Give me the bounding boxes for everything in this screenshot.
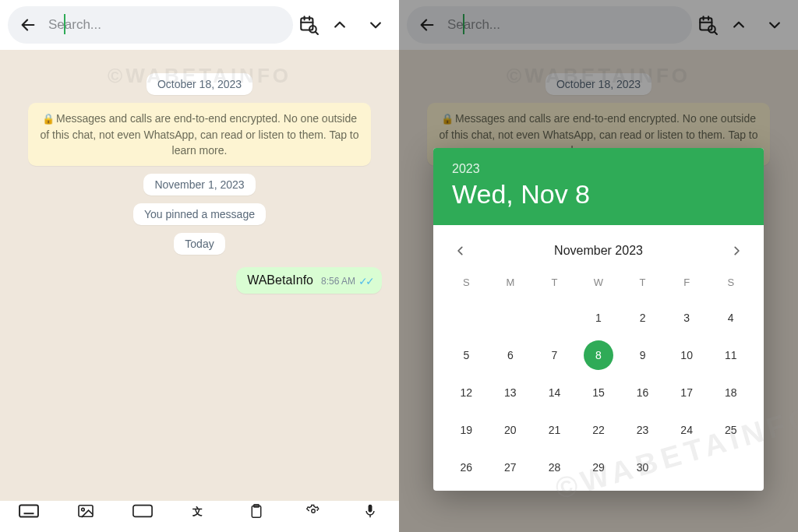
calendar-day[interactable]: 26 <box>444 452 489 483</box>
chat-area: ©WABETAINFO October 18, 2023 🔒Messages a… <box>0 50 399 501</box>
gif-icon[interactable] <box>131 504 154 518</box>
back-arrow-icon[interactable] <box>19 16 37 34</box>
message-text: WABetaInfo <box>247 273 313 287</box>
calendar-day[interactable]: 7 <box>532 340 577 371</box>
calendar-day[interactable]: 5 <box>444 340 489 371</box>
calendar-day[interactable]: 3 <box>665 302 709 333</box>
svg-rect-20 <box>369 505 373 513</box>
keyboard-icon[interactable] <box>17 504 41 518</box>
calendar-day[interactable]: 8 <box>577 340 621 371</box>
calendar-dow: F <box>665 272 709 296</box>
read-ticks-icon: ✓✓ <box>358 275 373 287</box>
mic-icon[interactable] <box>358 504 382 518</box>
encryption-text: Messages and calls are end-to-end encryp… <box>40 112 358 157</box>
calendar-dow: S <box>444 272 489 296</box>
calendar-day[interactable]: 6 <box>489 340 533 371</box>
chat-panel-left: ©WABETAINFO October 18, 2023 🔒Messages a… <box>0 0 399 532</box>
search-next-icon[interactable] <box>360 9 391 41</box>
svg-rect-15 <box>133 506 152 517</box>
text-cursor <box>64 14 65 34</box>
svg-rect-13 <box>79 506 93 516</box>
bottom-toolbar: 文 <box>0 501 399 532</box>
search-pill[interactable] <box>8 6 293 44</box>
calendar-search-icon[interactable] <box>298 14 320 36</box>
message-time: 8:56 AM <box>321 276 355 287</box>
calendar-day[interactable]: 17 <box>665 377 709 408</box>
outgoing-message[interactable]: WABetaInfo 8:56 AM ✓✓ <box>236 267 382 294</box>
calendar-day[interactable]: 22 <box>577 414 621 446</box>
calendar-day[interactable]: 4 <box>708 302 753 333</box>
svg-point-14 <box>81 508 84 511</box>
calendar-dow: T <box>532 272 577 296</box>
calendar-day[interactable]: 10 <box>665 340 709 371</box>
search-prev-icon[interactable] <box>324 9 355 41</box>
clipboard-icon[interactable] <box>245 504 268 518</box>
calendar-day[interactable]: 9 <box>620 340 665 371</box>
calendar-day[interactable]: 25 <box>708 414 753 446</box>
svg-text:文: 文 <box>192 506 203 517</box>
calendar-day[interactable]: 2 <box>620 302 665 333</box>
calendar-day[interactable]: 1 <box>577 302 621 333</box>
search-input[interactable] <box>48 17 282 33</box>
svg-point-19 <box>312 509 316 513</box>
encryption-notice[interactable]: 🔒Messages and calls are end-to-end encry… <box>28 103 371 166</box>
calendar-day[interactable]: 11 <box>708 340 753 371</box>
image-icon[interactable] <box>74 504 97 518</box>
next-month-icon[interactable] <box>725 239 748 262</box>
date-picker-header: 2023 Wed, Nov 8 <box>433 148 764 225</box>
calendar-day[interactable]: 16 <box>620 377 665 408</box>
calendar-day[interactable]: 24 <box>665 414 709 446</box>
calendar-day[interactable]: 12 <box>444 377 489 408</box>
calendar-dow: W <box>577 272 621 296</box>
lock-icon: 🔒 <box>42 113 55 125</box>
chat-panel-right: ©WABETAINFO October 18, 2023 🔒Messages a… <box>399 0 798 532</box>
calendar-dow: T <box>620 272 665 296</box>
calendar-day[interactable]: 27 <box>489 452 533 483</box>
calendar-day[interactable]: 29 <box>577 452 621 483</box>
calendar-grid: SMTWTFS123456789101112131415161718192021… <box>433 270 764 491</box>
picker-year[interactable]: 2023 <box>452 162 745 176</box>
svg-rect-1 <box>301 18 312 30</box>
pinned-chip: You pinned a message <box>133 203 266 225</box>
translate-icon[interactable]: 文 <box>188 504 211 518</box>
date-chip: November 1, 2023 <box>143 174 255 196</box>
calendar-day[interactable]: 20 <box>489 414 533 446</box>
calendar-day[interactable]: 14 <box>532 377 577 408</box>
calendar-day[interactable]: 30 <box>620 452 665 483</box>
date-chip: October 18, 2023 <box>147 73 252 95</box>
settings-icon[interactable] <box>302 504 325 518</box>
calendar-day[interactable]: 21 <box>532 414 577 446</box>
calendar-dow: S <box>708 272 753 296</box>
calendar-day[interactable]: 15 <box>577 377 621 408</box>
prev-month-icon[interactable] <box>449 239 472 262</box>
calendar-day[interactable]: 23 <box>620 414 665 446</box>
picker-selected-date[interactable]: Wed, Nov 8 <box>452 179 745 210</box>
picker-month-label: November 2023 <box>554 244 643 258</box>
calendar-day[interactable]: 28 <box>532 452 577 483</box>
svg-rect-7 <box>19 505 38 516</box>
calendar-day[interactable]: 13 <box>489 377 533 408</box>
date-chip: Today <box>174 233 224 255</box>
date-picker: 2023 Wed, Nov 8 November 2023 SMTWTFS123… <box>433 148 764 491</box>
calendar-dow: M <box>489 272 533 296</box>
svg-line-6 <box>316 32 318 34</box>
search-bar <box>0 0 399 50</box>
calendar-day[interactable]: 19 <box>444 414 489 446</box>
calendar-day[interactable]: 18 <box>708 377 753 408</box>
